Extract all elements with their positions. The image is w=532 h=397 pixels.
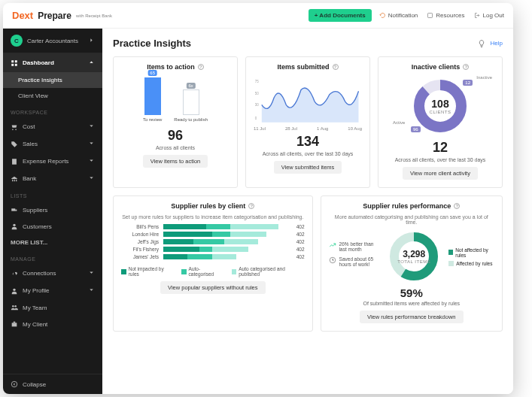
sidebar-my-profile[interactable]: My Profile [3, 282, 102, 299]
avatar: C [11, 35, 23, 47]
svg-rect-6 [11, 208, 15, 211]
main-content: Practice Insights Help Items to action? … [102, 29, 513, 394]
hbar-row: London Hire402 [121, 232, 305, 237]
bar-chart: 65To review 6xReady to publish [143, 75, 208, 122]
nav-resources-label: Resources [436, 12, 464, 19]
book-icon [427, 12, 433, 19]
refresh-icon [379, 12, 386, 19]
tag-icon [11, 141, 18, 148]
sidebar-connections[interactable]: Connections [3, 265, 102, 282]
sidebar-bank[interactable]: Bank [3, 170, 102, 187]
account-name: Carter Accountants [27, 38, 78, 44]
briefcase-icon [11, 320, 18, 328]
chevron-right-icon [88, 37, 95, 45]
app-window: Dext Prepare with Receipt Bank + Add Doc… [3, 3, 513, 394]
truck-icon [11, 206, 18, 214]
chevron-up-icon [88, 59, 95, 67]
svg-point-8 [13, 224, 15, 226]
svg-text:30: 30 [255, 103, 260, 107]
x-axis: 11 Jul28 Jul1 Aug10 Aug [254, 126, 362, 131]
card-title: Items submitted [277, 63, 329, 71]
section-lists: LISTS [3, 187, 102, 202]
view-activity-button[interactable]: View more client activity [403, 167, 478, 180]
sidebar: C Carter Accountants Dashboard Practice … [3, 29, 102, 394]
sidebar-dashboard-label: Dashboard [23, 59, 54, 66]
collapse-icon [11, 380, 18, 388]
bulb-icon[interactable] [477, 39, 486, 48]
sidebar-suppliers[interactable]: Suppliers [3, 202, 102, 218]
sidebar-my-team[interactable]: My Team [3, 299, 102, 316]
sidebar-cost[interactable]: Cost [3, 118, 102, 135]
sidebar-expense-reports[interactable]: Expense Reports [3, 153, 102, 170]
inactive-tag: 12 [463, 80, 473, 86]
nav-logout-label: Log Out [483, 12, 504, 19]
svg-rect-4 [15, 63, 17, 65]
view-suppliers-button[interactable]: View popular suppliers without rules [160, 281, 266, 294]
svg-rect-5 [12, 159, 17, 165]
nav-logout[interactable]: Log Out [474, 12, 504, 19]
nav-notification[interactable]: Notification [379, 12, 418, 19]
line-chart: 7550300 [254, 75, 362, 125]
sidebar-practice-insights[interactable]: Practice Insights [3, 72, 102, 88]
nav-notification-label: Notification [388, 12, 418, 19]
stat-caption: Across all clients, over the last 30 day… [395, 157, 486, 162]
card-subtitle: Set up more rules for suppliers to incre… [122, 214, 303, 220]
card-subtitle: More automated categorising and publishi… [329, 214, 494, 225]
team-icon [11, 304, 18, 311]
hbar-row: James' Jets402 [121, 254, 305, 259]
sidebar-dashboard[interactable]: Dashboard [3, 53, 102, 72]
nav-resources[interactable]: Resources [427, 12, 464, 19]
chevron-down-icon [88, 157, 95, 165]
sidebar-sales[interactable]: Sales [3, 135, 102, 153]
svg-rect-1 [11, 60, 14, 62]
card-items-submitted: Items submitted? 7550300 11 Jul28 Jul1 A… [245, 56, 370, 188]
active-tag: 96 [411, 126, 421, 132]
info-icon[interactable]: ? [248, 203, 254, 209]
add-documents-button[interactable]: + Add Documents [309, 9, 372, 22]
legend: Not impacted by rules Auto-categorised A… [121, 266, 305, 277]
view-submitted-button[interactable]: View submitted items [274, 161, 342, 174]
collapse-label: Collapse [23, 381, 46, 388]
product-name: Prepare [38, 11, 71, 21]
cart-icon [11, 123, 18, 131]
svg-rect-2 [15, 60, 17, 62]
sidebar-customers[interactable]: Customers [3, 218, 102, 235]
clock-icon [329, 256, 336, 264]
svg-rect-7 [15, 210, 17, 211]
card-items-to-action: Items to action? 65To review 6xReady to … [113, 56, 238, 188]
svg-text:50: 50 [255, 92, 260, 95]
view-items-button[interactable]: View items to action [143, 155, 208, 168]
info-icon[interactable]: ? [198, 64, 204, 70]
svg-rect-12 [12, 323, 17, 326]
help-link[interactable]: Help [491, 40, 503, 47]
account-switcher[interactable]: C Carter Accountants [3, 29, 102, 53]
info-icon[interactable]: ? [454, 203, 460, 209]
sidebar-more-lists[interactable]: MORE LIST... [3, 235, 102, 250]
card-title: Supplier rules performance [363, 202, 451, 210]
info-icon[interactable]: ? [463, 64, 469, 70]
pct-value: 59% [400, 286, 423, 299]
dashboard-icon [11, 59, 18, 67]
chevron-down-icon [88, 286, 95, 295]
svg-text:0: 0 [255, 117, 257, 120]
view-breakdown-button[interactable]: View rules performance breakdown [360, 311, 463, 323]
brand-logo: Dext [12, 10, 33, 21]
info-icon[interactable]: ? [333, 64, 339, 70]
sidebar-my-client[interactable]: My Client [3, 316, 102, 332]
product-sub: with Receipt Bank [76, 14, 112, 18]
sidebar-client-view[interactable]: Client View [3, 88, 102, 104]
section-manage: MANAGE [3, 250, 102, 265]
chevron-down-icon [88, 174, 95, 183]
logout-icon [474, 12, 481, 19]
topbar: Dext Prepare with Receipt Bank + Add Doc… [3, 3, 513, 29]
card-inactive-clients: Inactive clients? 108CLIENTS 96 12 Activ… [378, 56, 503, 188]
user-icon [11, 223, 18, 230]
svg-rect-3 [11, 63, 14, 65]
collapse-button[interactable]: Collapse [3, 374, 102, 394]
hbar-row: Jeff's Jigs402 [121, 239, 305, 244]
document-icon [11, 158, 18, 165]
bar-ready-publish: 6x [183, 89, 199, 115]
donut-chart: 108CLIENTS 96 12 Active Inactive [409, 75, 471, 137]
card-title: Supplier rules by client [171, 202, 245, 210]
bar-to-review: 65 [144, 77, 161, 115]
